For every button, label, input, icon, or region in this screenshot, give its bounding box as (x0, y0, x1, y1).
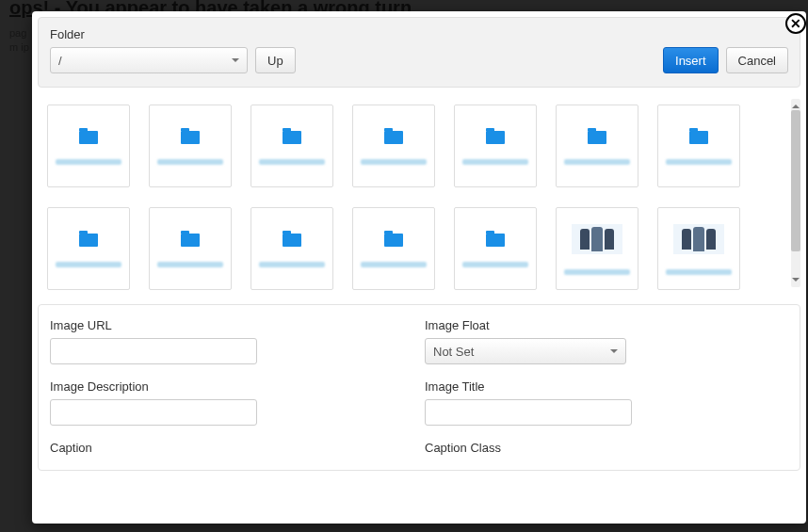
folder-icon (486, 131, 505, 144)
image-title-input[interactable] (425, 399, 632, 426)
file-grid (43, 105, 795, 291)
folder-item[interactable] (352, 105, 435, 187)
item-label (157, 159, 223, 165)
item-label (462, 159, 528, 165)
image-picker-dialog: Folder / Up Insert Cancel Image URL (32, 11, 806, 524)
folder-item[interactable] (149, 207, 232, 290)
folder-item[interactable] (250, 207, 333, 290)
folder-icon (181, 234, 200, 247)
dialog-header: Folder / Up Insert Cancel (38, 17, 800, 88)
folder-icon (689, 131, 708, 144)
folder-icon (588, 131, 606, 144)
browser-scrollbar[interactable] (791, 99, 800, 287)
item-label (56, 262, 121, 267)
folder-item[interactable] (556, 105, 638, 187)
close-button[interactable]: ✕ (785, 13, 806, 34)
item-label (361, 159, 427, 165)
item-label (462, 262, 528, 267)
item-label (259, 159, 325, 165)
item-label (564, 269, 630, 275)
folder-item[interactable] (149, 105, 232, 187)
dialog-actions: Insert Cancel (663, 47, 788, 73)
image-description-label: Image Description (50, 379, 413, 394)
close-icon: ✕ (790, 17, 801, 30)
folder-icon (384, 131, 403, 144)
item-label (564, 159, 630, 165)
folder-group: Folder / Up (50, 27, 296, 73)
item-label (259, 262, 325, 267)
folder-item[interactable] (352, 207, 435, 290)
folder-icon (283, 131, 301, 144)
item-label (666, 159, 732, 165)
item-label (56, 159, 121, 165)
image-thumbnail (673, 224, 724, 254)
folder-icon (181, 131, 200, 144)
folder-icon (283, 234, 301, 247)
folder-item[interactable] (47, 105, 130, 187)
folder-label: Folder (50, 27, 296, 41)
image-float-value: Not Set (433, 345, 474, 359)
image-thumbnail (572, 224, 622, 254)
image-item[interactable] (657, 207, 740, 290)
scroll-down-icon (792, 278, 800, 285)
scroll-thumb[interactable] (791, 110, 800, 251)
image-float-label: Image Float (425, 318, 788, 332)
folder-item[interactable] (250, 105, 333, 187)
folder-select-value: / (58, 54, 62, 68)
up-button[interactable]: Up (255, 47, 296, 73)
item-label (666, 269, 732, 275)
caption-class-label: Caption Class (425, 441, 788, 455)
insert-button[interactable]: Insert (663, 47, 719, 73)
folder-icon (79, 234, 98, 247)
item-label (361, 262, 427, 267)
folder-item[interactable] (454, 207, 537, 290)
folder-item[interactable] (47, 207, 130, 290)
image-url-label: Image URL (50, 318, 413, 332)
cancel-button[interactable]: Cancel (726, 47, 788, 73)
folder-icon (384, 234, 403, 247)
image-url-input[interactable] (50, 338, 257, 364)
image-item[interactable] (556, 207, 638, 290)
folder-icon (79, 131, 98, 144)
image-float-select[interactable]: Not Set (425, 338, 626, 364)
caption-label: Caption (50, 441, 413, 455)
file-browser (38, 93, 800, 298)
image-properties-form: Image URL Image Description Caption Imag… (38, 304, 800, 471)
image-description-input[interactable] (50, 399, 257, 426)
folder-icon (486, 234, 505, 247)
folder-select[interactable]: / (50, 47, 248, 73)
image-title-label: Image Title (425, 379, 788, 394)
folder-item[interactable] (454, 105, 537, 187)
folder-item[interactable] (657, 105, 740, 187)
item-label (157, 262, 223, 267)
scroll-up-icon (792, 101, 800, 108)
